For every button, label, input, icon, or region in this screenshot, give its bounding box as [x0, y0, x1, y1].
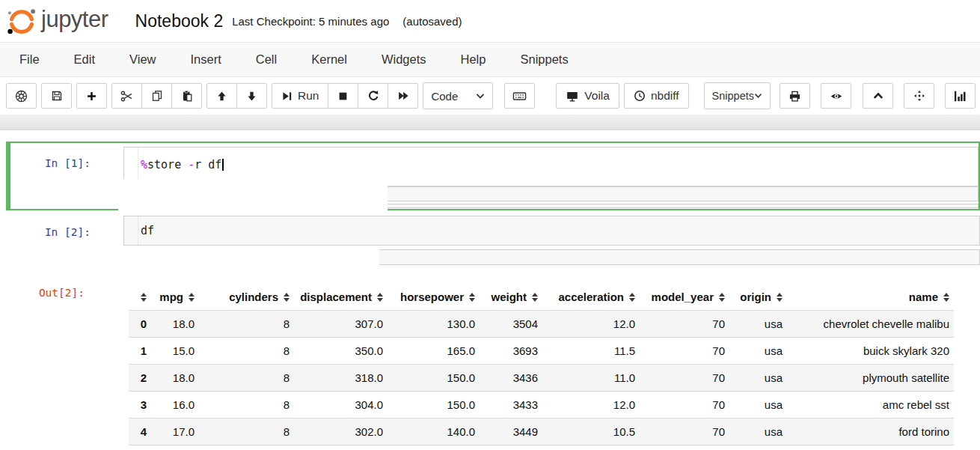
text-cursor — [222, 159, 224, 171]
paste-button[interactable] — [171, 83, 202, 109]
jupyter-logo[interactable]: jupyter — [7, 7, 108, 35]
snippets-select[interactable]: Snippets — [704, 82, 771, 109]
move-cell-up-button[interactable] — [206, 83, 237, 109]
kernel-indicator-button[interactable] — [6, 83, 37, 109]
column-header-model_year[interactable]: model_year — [640, 284, 729, 311]
code-token: - — [188, 158, 195, 171]
table-cell: 140.0 — [388, 419, 480, 446]
notebook-header: jupyter Notebook 2 Last Checkpoint: 5 mi… — [0, 0, 980, 42]
table-cell: 11.5 — [542, 338, 640, 365]
column-label: model_year — [652, 291, 714, 303]
column-header-weight[interactable]: weight — [480, 284, 542, 311]
run-button[interactable]: Run — [272, 83, 328, 109]
sort-icon — [377, 293, 383, 302]
code-cell-2: In [2]: df — [6, 216, 980, 246]
table-cell: usa — [729, 338, 787, 365]
interrupt-kernel-button[interactable] — [328, 83, 358, 109]
output-area: mpgcylindersdisplacementhorsepowerweight… — [117, 273, 980, 446]
menu-item-file[interactable]: File — [19, 52, 40, 67]
menu-item-kernel[interactable]: Kernel — [311, 52, 347, 67]
table-cell: 70 — [640, 392, 729, 419]
nbdiff-button[interactable]: nbdiff — [624, 83, 689, 109]
table-cell: usa — [729, 365, 787, 392]
restart-kernel-button[interactable] — [358, 83, 388, 109]
menu-item-insert[interactable]: Insert — [191, 52, 221, 67]
sort-icon — [469, 293, 475, 302]
header-divider — [0, 115, 980, 130]
move-down-icon — [246, 91, 257, 102]
table-cell: 3433 — [480, 392, 542, 419]
menu-item-view[interactable]: View — [129, 52, 156, 67]
cell-type-select[interactable]: Code — [423, 82, 493, 109]
move-crosshair-icon — [913, 90, 925, 102]
voila-button-label: Voila — [584, 89, 610, 103]
sort-icon — [629, 293, 635, 302]
table-cell: 70 — [640, 365, 729, 392]
table-cell: 3693 — [480, 338, 542, 365]
chart-button[interactable] — [945, 83, 976, 109]
column-header-acceleration[interactable]: acceleration — [542, 284, 640, 311]
table-cell: 130.0 — [388, 311, 480, 338]
sort-icon — [141, 293, 147, 302]
sort-icon — [532, 293, 538, 302]
menu-item-cell[interactable]: Cell — [256, 52, 277, 67]
menu-item-snippets[interactable]: Snippets — [520, 52, 568, 67]
autosave-status: (autosaved) — [402, 15, 462, 28]
table-row: 018.08307.0130.0350412.070usachevrolet c… — [129, 311, 954, 338]
code-input-2[interactable]: df — [123, 216, 980, 246]
table-cell: 3504 — [480, 311, 542, 338]
table-cell: 3436 — [480, 365, 542, 392]
row-index: 4 — [129, 419, 151, 446]
output-prompt: Out[2]: — [0, 273, 117, 446]
table-cell: 8 — [199, 392, 294, 419]
menu-item-help[interactable]: Help — [461, 52, 486, 67]
voila-button[interactable]: Voila — [556, 83, 619, 109]
column-header-name[interactable]: name — [787, 284, 954, 311]
add-cell-button[interactable] — [76, 83, 107, 109]
copy-button[interactable] — [141, 83, 172, 109]
voila-monitor-icon — [566, 90, 579, 103]
copy-icon — [151, 90, 163, 102]
column-header-displacement[interactable]: displacement — [294, 284, 388, 311]
print-button[interactable] — [780, 83, 810, 109]
column-label: origin — [740, 291, 771, 303]
column-label: acceleration — [558, 291, 624, 303]
jupyter-logo-icon — [7, 7, 36, 35]
save-button[interactable] — [41, 83, 72, 109]
restart-run-all-button[interactable] — [388, 83, 418, 109]
table-cell: 318.0 — [294, 365, 388, 392]
input-prompt: In [2]: — [6, 216, 123, 246]
move-widget-button[interactable] — [904, 83, 934, 109]
column-header-mpg[interactable]: mpg — [151, 284, 199, 311]
menu-item-widgets[interactable]: Widgets — [382, 52, 426, 67]
column-header-index[interactable] — [129, 284, 151, 311]
command-palette-button[interactable] — [504, 83, 535, 109]
sort-icon — [777, 293, 783, 302]
column-label: horsepower — [400, 291, 464, 303]
table-cell: usa — [729, 419, 787, 446]
cut-button[interactable] — [111, 83, 142, 109]
move-up-icon — [216, 91, 227, 102]
move-cell-down-button[interactable] — [236, 83, 267, 109]
checkpoint-status: Last Checkpoint: 5 minutes ago — [232, 15, 389, 28]
sort-icon — [719, 293, 725, 302]
paste-icon — [181, 90, 193, 102]
table-cell: 11.0 — [542, 365, 640, 392]
column-header-cylinders[interactable]: cylinders — [199, 284, 294, 311]
table-cell: 307.0 — [294, 311, 388, 338]
table-cell: 8 — [199, 419, 294, 446]
collapse-button[interactable] — [863, 83, 893, 109]
column-header-horsepower[interactable]: horsepower — [388, 284, 480, 311]
notebook-title[interactable]: Notebook 2 — [135, 11, 224, 31]
dataframe-table: mpgcylindersdisplacementhorsepowerweight… — [129, 284, 954, 446]
table-cell: 350.0 — [294, 338, 388, 365]
restart-icon — [367, 90, 379, 102]
preview-button[interactable] — [821, 83, 851, 109]
kernel-indicator-icon — [15, 90, 28, 103]
menu-item-edit[interactable]: Edit — [74, 52, 95, 67]
table-cell: 10.5 — [542, 419, 640, 446]
code-token: store — [147, 158, 188, 171]
table-cell: 12.0 — [542, 392, 640, 419]
table-cell: amc rebel sst — [787, 392, 954, 419]
column-header-origin[interactable]: origin — [729, 284, 787, 311]
